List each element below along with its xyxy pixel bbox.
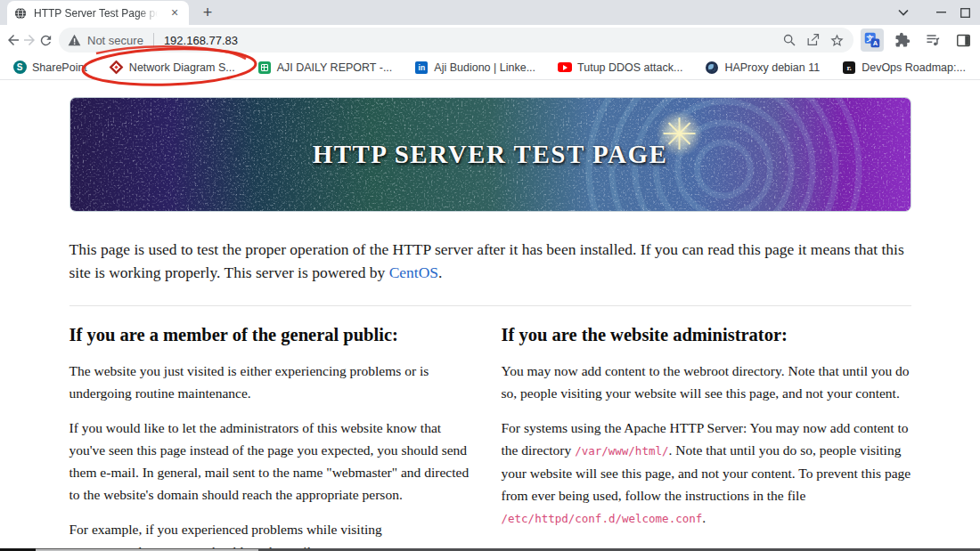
forward-button[interactable]	[21, 28, 37, 53]
tab-search-chevron-icon[interactable]	[886, 0, 921, 25]
section-divider	[69, 305, 911, 306]
share-icon[interactable]	[805, 33, 821, 47]
paragraph: For example, if you experienced problems…	[69, 518, 479, 551]
intro-paragraph: This page is used to test the proper ope…	[69, 239, 911, 284]
general-public-column: If you are a member of the general publi…	[69, 320, 479, 551]
diagram-icon	[110, 61, 124, 75]
paragraph: If you would like to let the administrat…	[69, 417, 479, 506]
tab-title: HTTP Server Test Page powered	[34, 7, 160, 20]
sharepoint-icon: S	[12, 61, 27, 75]
bookmark-devops-roadmap[interactable]: r. DevOps Roadmap:...	[842, 61, 966, 75]
google-sheets-icon	[257, 61, 272, 75]
new-tab-button[interactable]: +	[196, 1, 219, 24]
translate-button[interactable]: 文 A	[861, 28, 884, 52]
back-arrow-icon	[5, 32, 21, 48]
maximize-button[interactable]	[960, 0, 980, 25]
extensions-puzzle-icon	[894, 32, 911, 48]
browser-tab[interactable]: HTTP Server Test Page powered ×	[7, 1, 189, 25]
address-bar[interactable]: Not secure 192.168.77.83	[59, 28, 853, 53]
globe-favicon-icon	[14, 7, 27, 20]
bookmark-network-diagram[interactable]: Network Diagram S...	[110, 61, 235, 75]
forward-arrow-icon	[21, 32, 37, 48]
bookmark-aji-daily-report[interactable]: AJI DAILY REPORT -...	[257, 61, 393, 75]
welcome-conf-path: /etc/httpd/conf.d/welcome.conf	[502, 512, 703, 525]
side-panel-button[interactable]	[951, 28, 975, 52]
bookmark-star-icon[interactable]	[829, 33, 845, 48]
back-button[interactable]	[5, 28, 21, 53]
minimize-button[interactable]	[921, 0, 960, 25]
tab-strip: HTTP Server Test Page powered × +	[0, 0, 980, 25]
reload-button[interactable]	[37, 28, 53, 53]
haproxy-icon	[705, 61, 719, 75]
extensions-button[interactable]	[891, 28, 914, 52]
paragraph: For systems using the Apache HTTP Server…	[502, 417, 911, 530]
page-content: HTTP SERVER TEST PAGE This page is used …	[0, 97, 980, 551]
side-panel-icon	[956, 33, 971, 48]
paragraph: The website you just visited is either e…	[69, 360, 479, 404]
tab-close-icon[interactable]: ×	[167, 6, 182, 20]
bookmark-linkedin[interactable]: in Aji Budiono | Linke...	[414, 61, 535, 75]
window-controls	[886, 0, 980, 25]
centos-link[interactable]: CentOS	[389, 263, 438, 281]
search-icon[interactable]	[782, 33, 796, 47]
browser-toolbar: Not secure 192.168.77.83 文	[0, 25, 980, 55]
security-status-label[interactable]: Not secure	[87, 34, 143, 47]
omnibox-divider	[153, 33, 154, 47]
header-banner: HTTP SERVER TEST PAGE	[69, 97, 911, 212]
svg-text:A: A	[873, 39, 878, 47]
youtube-icon	[558, 61, 572, 75]
linkedin-icon: in	[414, 61, 429, 75]
apache-webroot-path: /var/www/html/	[575, 444, 668, 458]
not-secure-warning-icon	[68, 34, 81, 46]
playlist-media-icon	[925, 33, 941, 47]
url-text[interactable]: 192.168.77.83	[164, 34, 238, 47]
paragraph: You may now add content to the webroot d…	[502, 360, 911, 404]
bookmark-youtube-ddos[interactable]: Tutup DDOS attack...	[558, 61, 682, 75]
administrator-heading: If you are the website administrator:	[502, 322, 911, 347]
general-public-heading: If you are a member of the general publi…	[69, 322, 479, 347]
bookmarks-bar: S SharePoint Network Diagram S... AJI DA…	[0, 55, 980, 80]
media-controls-button[interactable]	[921, 28, 944, 52]
banner-title: HTTP SERVER TEST PAGE	[70, 98, 911, 211]
administrator-column: If you are the website administrator: Yo…	[502, 320, 911, 551]
translate-icon: 文 A	[864, 32, 880, 48]
reload-icon	[38, 33, 53, 48]
bookmark-haproxy[interactable]: HAProxy debian 11	[705, 61, 820, 75]
roadmap-icon: r.	[842, 61, 856, 75]
bookmark-sharepoint[interactable]: S SharePoint	[12, 61, 87, 75]
